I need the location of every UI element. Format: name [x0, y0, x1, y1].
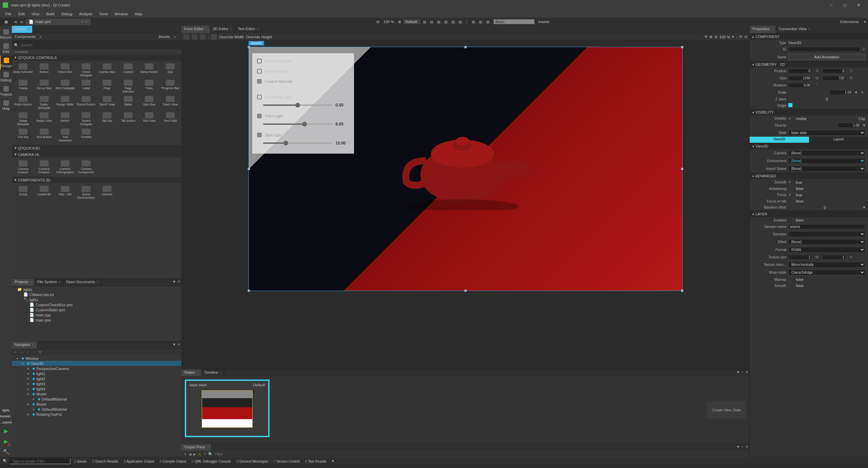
texsize-h-input[interactable] [822, 255, 846, 260]
menu-help[interactable]: Help [131, 11, 146, 17]
library-tab[interactable]: Library× [12, 26, 33, 33]
samples-select[interactable] [788, 231, 865, 237]
status-output-item[interactable]: 1 Issues [71, 459, 90, 463]
output-warning-icon[interactable]: ⚠ [198, 452, 201, 456]
navigator-close-icon[interactable]: × [177, 342, 181, 349]
directional-light-slider[interactable]: 0.50 [257, 102, 349, 111]
camera-select[interactable]: [None] [788, 150, 865, 156]
mode-help[interactable]: Help [0, 98, 12, 113]
prop-id-input[interactable] [788, 47, 860, 52]
resize-handle-nw[interactable] [248, 46, 250, 48]
locator-input[interactable] [9, 458, 71, 464]
toolbar-r3-icon[interactable]: ⊖ [714, 35, 717, 39]
library-section-header[interactable]: ▾QTQUICK3D [12, 145, 181, 151]
texsize-w-input[interactable] [788, 255, 812, 260]
menu-view[interactable]: View [28, 11, 43, 17]
minimize-button[interactable]: ─ [825, 3, 838, 7]
projects-close-icon[interactable]: × [177, 279, 181, 286]
component-item[interactable]: Progress Bar [160, 78, 181, 95]
origin-picker[interactable] [788, 103, 792, 107]
expand-icon[interactable]: ▸ [33, 407, 36, 411]
kit-combo[interactable]: Basic [494, 19, 534, 24]
component-item[interactable]: Busy Indicator [13, 62, 34, 78]
component-item[interactable]: Stack View [160, 95, 181, 111]
baseline-value[interactable]: 0 [788, 206, 861, 210]
expand-icon[interactable]: ▸ [27, 387, 31, 391]
snap-anchor-icon[interactable] [200, 34, 206, 40]
navigator-item[interactable]: ▸◆DefaultMaterial [12, 396, 181, 402]
focus-checkbox[interactable]: ✓ [788, 193, 794, 197]
navigator-item[interactable]: ▸◆Model [12, 402, 181, 407]
status-output-item[interactable]: 8 Test Results [302, 459, 329, 463]
menu-file[interactable]: File [2, 11, 15, 17]
output-close-icon[interactable]: × [745, 444, 749, 451]
states-split-icon[interactable]: ▫ [741, 369, 745, 376]
component-item[interactable]: Swipe Delegate [13, 111, 34, 127]
directional-light-checkbox[interactable]: Directional Light [257, 92, 349, 102]
component-item[interactable]: View3D [97, 184, 118, 201]
projects-tree[interactable]: 📁lights📄CMakeLists.txt🔨lights📄CustomChec… [12, 286, 181, 341]
geometry-section[interactable]: ▾ GEOMETRY - 2D [750, 61, 868, 67]
navigator-item[interactable]: ▸◆Model [12, 391, 181, 396]
build-button[interactable]: 🔨 [0, 447, 12, 457]
status-dd-icon[interactable]: ▾ [330, 459, 336, 463]
mode-projects[interactable]: Projects [0, 84, 12, 98]
rotate-teapot-checkbox[interactable]: Rotate Teapot [257, 66, 349, 76]
state-select[interactable]: base state [788, 130, 865, 136]
component-item[interactable]: Radio Button [13, 95, 34, 111]
view3d-viewport[interactable]: View3D [249, 47, 683, 291]
project-tree-item[interactable]: 📄CustomSlider.qml [12, 307, 181, 312]
status-output-item[interactable]: 4 Compile Output [157, 459, 189, 463]
zoom-out-icon[interactable]: ⊖ [375, 20, 381, 24]
projects-tab[interactable]: Projects× [12, 279, 35, 286]
expand-icon[interactable]: ▸ [27, 371, 31, 376]
expand-icon[interactable]: ▸ [27, 402, 31, 406]
baseline-dd-icon[interactable]: ▾ [863, 205, 865, 210]
filesystem-tab[interactable]: File System× [35, 279, 63, 286]
menu-analyze[interactable]: Analyze [76, 11, 96, 17]
navigator-item[interactable]: ▸◆View3D [12, 361, 181, 366]
project-tree-item[interactable]: 📄CustomCheckBox.qml [12, 302, 181, 307]
output-pane-tab[interactable]: Output Pane× [181, 444, 212, 451]
nav-right-icon[interactable]: → [19, 350, 24, 354]
rotation-input[interactable] [788, 83, 812, 88]
status-output-item[interactable]: 2 Search Results [90, 459, 121, 463]
opacity-input[interactable] [837, 123, 861, 128]
close-button[interactable]: ✕ [852, 3, 865, 7]
override-width[interactable]: Override Width [219, 35, 244, 39]
mode-design[interactable]: Design [0, 56, 12, 70]
component-item[interactable]: Label [76, 78, 97, 95]
nav-up-icon[interactable]: ↑ [32, 350, 36, 354]
expand-icon[interactable]: ▸ [33, 397, 36, 401]
refresh-icon[interactable]: ⟳ [739, 35, 742, 39]
navigator-tab[interactable]: Navigator× [12, 342, 37, 349]
output-next-icon[interactable]: ▶ [193, 452, 196, 456]
component-item[interactable]: Group [13, 184, 34, 201]
resize-handle-n[interactable] [465, 46, 467, 48]
smooth-checkbox[interactable]: ✓ [788, 180, 794, 184]
resize-handle-sw[interactable] [248, 290, 250, 292]
spot-light-slider[interactable]: 10.00 [257, 140, 349, 149]
bounding-rect-icon[interactable] [211, 34, 217, 40]
component-item[interactable]: Combo Box [97, 62, 118, 78]
layer-section[interactable]: ▾ LAYER [750, 211, 868, 217]
resize-handle-w[interactable] [248, 168, 250, 170]
component-item[interactable]: Page [97, 78, 118, 95]
component-item[interactable]: Check Delegate [76, 62, 97, 78]
output-split-icon[interactable]: ▫ [741, 444, 745, 451]
library-search-input[interactable] [21, 43, 179, 47]
navigator-item[interactable]: ▸◆light4 [12, 386, 181, 391]
environment-select[interactable]: [None] [788, 158, 865, 164]
file-tab-close-icon[interactable]: × [85, 20, 87, 24]
component-item[interactable]: Rep...r3D [55, 184, 76, 201]
component-item[interactable]: Spin Box [139, 95, 160, 111]
mode-debug[interactable]: Debug [0, 70, 12, 84]
format-select[interactable]: RGBA [788, 247, 865, 253]
component-item[interactable]: Tab Button [118, 111, 139, 127]
maximize-button[interactable]: ▢ [838, 3, 852, 7]
snap-parent-icon[interactable] [192, 34, 198, 40]
extensions-label[interactable]: Extensions [837, 20, 862, 24]
pos-x-input[interactable] [788, 69, 812, 74]
menu-build[interactable]: Build [43, 11, 58, 17]
add-annotation-button[interactable]: Add Annotation [788, 54, 865, 60]
